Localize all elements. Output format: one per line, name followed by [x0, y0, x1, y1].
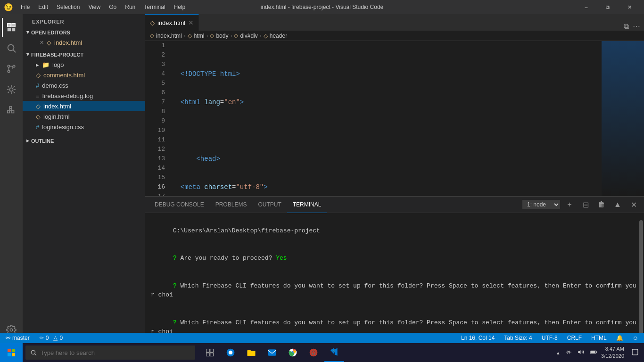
tab-debug-console[interactable]: DEBUG CONSOLE: [149, 197, 210, 213]
minimize-button[interactable]: ‒: [575, 0, 597, 14]
menu-help[interactable]: Help: [170, 3, 190, 11]
breadcrumb-header[interactable]: ◇ header: [264, 33, 287, 39]
taskbar-chrome[interactable]: [283, 343, 303, 362]
open-editor-index-html[interactable]: ✕ ◇ index.html: [23, 37, 145, 48]
sidebar-item-logo[interactable]: ▸ 📁 logo: [23, 59, 145, 70]
system-volume-icon[interactable]: [576, 349, 586, 356]
svg-rect-21: [206, 353, 210, 356]
system-tray-expand[interactable]: ▴: [555, 350, 561, 356]
svg-point-17: [31, 350, 35, 354]
status-right: Ln 16, Col 14 Tab Size: 4 UTF-8 CRLF HTM…: [459, 335, 640, 341]
status-line-ending[interactable]: CRLF: [565, 335, 584, 341]
line-num-1: 1: [149, 41, 165, 50]
close-icon[interactable]: ✕: [40, 40, 44, 46]
menu-terminal[interactable]: Terminal: [140, 3, 169, 11]
close-panel-button[interactable]: ✕: [627, 198, 640, 211]
sidebar-item-comments-html[interactable]: ◇ comments.html: [23, 70, 145, 80]
menu-selection[interactable]: Selection: [53, 3, 83, 11]
status-encoding[interactable]: UTF-8: [540, 335, 560, 341]
taskbar: 🎧 ▴ 8:47 AM 3/12/2020: [0, 343, 644, 362]
menu-go[interactable]: Go: [105, 3, 120, 11]
sidebar-item-login-html[interactable]: ◇ login.html: [23, 111, 145, 122]
status-branch[interactable]: ⚯ master: [4, 335, 32, 341]
folder-icon: 📁: [42, 61, 50, 68]
line-num-2: 2: [149, 50, 165, 60]
maximize-panel-button[interactable]: ▲: [611, 198, 624, 211]
sidebar-item-firebase-debug[interactable]: ≡ firebase-debug.log: [23, 90, 145, 101]
editor-area: ◇ index.html ✕ ⧉ ⋯ ◇ index.html › ◇ html…: [145, 14, 644, 196]
minimap: [602, 41, 644, 196]
split-terminal-button[interactable]: ⊟: [579, 198, 592, 211]
sidebar-item-demo-css[interactable]: # demo.css: [23, 80, 145, 90]
kill-terminal-button[interactable]: 🗑: [595, 198, 608, 211]
outline-header[interactable]: ▸ OUTLINE: [23, 136, 145, 146]
activity-explorer[interactable]: [2, 18, 21, 37]
line-num-16: 16: [149, 182, 165, 192]
breadcrumb-div[interactable]: ◇ div#div: [234, 33, 257, 39]
close-button[interactable]: ✕: [619, 0, 640, 14]
taskbar-system-tray: ▴ 8:47 AM 3/12/2020: [555, 346, 644, 360]
file-icon-login: ◇: [36, 113, 41, 120]
activity-search[interactable]: [2, 39, 21, 58]
line-num-15: 15: [149, 173, 165, 182]
tab-close-button[interactable]: ✕: [188, 19, 194, 26]
taskbar-task-view[interactable]: [200, 343, 220, 362]
menu-run[interactable]: Run: [121, 3, 139, 11]
tab-terminal[interactable]: TERMINAL: [287, 197, 327, 213]
split-editor-icon[interactable]: ⧉: [624, 22, 629, 31]
taskbar-vscode[interactable]: [324, 343, 344, 362]
tab-file-icon: ◇: [150, 19, 155, 26]
tab-output[interactable]: OUTPUT: [252, 197, 287, 213]
window-controls: ‒ ⧉ ✕: [575, 0, 640, 14]
taskbar-mail[interactable]: [262, 343, 282, 362]
taskbar-search-bar[interactable]: [25, 346, 195, 360]
menu-bar: File Edit Selection View Go Run Terminal…: [17, 3, 189, 11]
terminal-scrollbar[interactable]: [639, 220, 643, 333]
breadcrumb-index-html[interactable]: ◇ index.html: [150, 33, 182, 39]
activity-extensions[interactable]: [2, 101, 21, 120]
breadcrumb: ◇ index.html › ◇ html › ◇ body › ◇ div#d…: [145, 31, 644, 41]
terminal-content[interactable]: C:\Users\Arslan\Desktop\firebase-project…: [145, 213, 644, 333]
start-button[interactable]: [0, 343, 23, 362]
tab-problems[interactable]: PROBLEMS: [210, 197, 253, 213]
svg-rect-16: [12, 353, 15, 356]
new-terminal-button[interactable]: +: [563, 198, 576, 211]
breadcrumb-html[interactable]: ◇ html: [188, 33, 205, 39]
breadcrumb-sep-4: ›: [260, 33, 262, 39]
status-feedback[interactable]: ☺: [631, 335, 640, 341]
system-battery-icon[interactable]: [588, 349, 599, 356]
taskbar-app-red[interactable]: 🎧: [304, 343, 323, 362]
activity-source-control[interactable]: [2, 59, 21, 78]
taskbar-edge[interactable]: [221, 343, 240, 362]
system-clock[interactable]: 8:47 AM 3/12/2020: [601, 346, 628, 360]
menu-view[interactable]: View: [84, 3, 104, 11]
terminal-selector[interactable]: 1: node: [522, 200, 560, 209]
title-bar: 😉 File Edit Selection View Go Run Termin…: [0, 0, 644, 14]
project-header[interactable]: ▾ FIREBASE-PROJECT: [23, 49, 145, 59]
maximize-button[interactable]: ⧉: [597, 0, 619, 14]
status-position[interactable]: Ln 16, Col 14: [459, 335, 496, 341]
system-network-icon[interactable]: [563, 349, 574, 356]
activity-debug[interactable]: [2, 80, 21, 99]
status-tab-size[interactable]: Tab Size: 4: [502, 335, 534, 341]
svg-rect-32: [596, 352, 597, 353]
sidebar-item-index-html[interactable]: ◇ index.html: [23, 101, 145, 111]
breadcrumb-body[interactable]: ◇ body: [210, 33, 228, 39]
taskbar-file-explorer[interactable]: [241, 343, 261, 362]
status-notifications[interactable]: 🔔: [614, 335, 625, 341]
notification-center-icon[interactable]: [630, 349, 640, 356]
status-language[interactable]: HTML: [589, 335, 609, 341]
tab-index-html[interactable]: ◇ index.html ✕: [145, 14, 199, 31]
code-editor[interactable]: <!DOCTYPE html> <html lang="en"> <head> …: [169, 41, 602, 196]
line-numbers: 1 2 3 4 5 6 7 8 9 10 11 12 13 14 15 16 1…: [145, 41, 169, 196]
open-editors-header[interactable]: ▾ OPEN EDITORS: [23, 27, 145, 37]
more-actions-icon[interactable]: ⋯: [633, 22, 640, 31]
code-area[interactable]: 1 2 3 4 5 6 7 8 9 10 11 12 13 14 15 16 1…: [145, 41, 644, 196]
warning-icon: △: [53, 335, 58, 341]
menu-file[interactable]: File: [17, 3, 33, 11]
taskbar-search-input[interactable]: [41, 349, 190, 356]
sidebar-item-logindesign-css[interactable]: # logindesign.css: [23, 122, 145, 132]
status-errors[interactable]: ⚰ 0 △ 0: [37, 335, 65, 341]
menu-edit[interactable]: Edit: [34, 3, 52, 11]
file-icon-logindesign: #: [36, 123, 39, 131]
